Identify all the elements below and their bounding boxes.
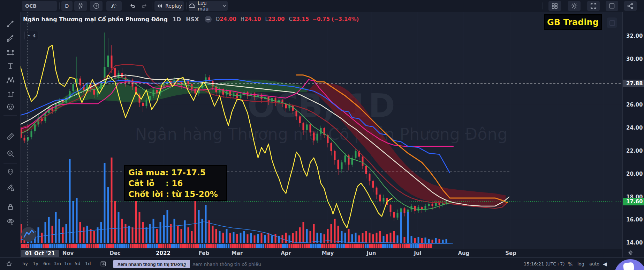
candle-body	[432, 204, 433, 206]
signal-strip-cell	[273, 244, 275, 248]
signal-strip-cell	[417, 244, 419, 248]
tool-lock-icon[interactable]	[6, 202, 15, 211]
low-label: L	[265, 16, 268, 22]
volume-bar	[66, 224, 67, 243]
stock-search[interactable]	[182, 260, 269, 268]
interval-button[interactable]: D	[61, 1, 73, 11]
clock[interactable]: 15:16:21 (UTC+7)	[524, 261, 565, 267]
signal-strip-cell	[236, 244, 238, 248]
signal-strip-cell	[402, 244, 403, 248]
range-5y[interactable]: 5y	[22, 261, 28, 266]
tool-emoji-icon[interactable]	[6, 102, 15, 111]
auto-scale-button[interactable]: auto	[589, 261, 599, 267]
signal-strip-cell	[165, 244, 166, 248]
candle-body	[31, 131, 32, 137]
hide-legend-icon[interactable]	[205, 16, 212, 23]
range-1m[interactable]: 1m	[64, 261, 71, 266]
time-axis[interactable]: 01 Oct '21NovDec2022FebMarAprMayJunJulAu…	[20, 249, 622, 258]
signal-strip-cell	[249, 244, 251, 248]
favorite-star-icon[interactable]	[6, 260, 13, 267]
signal-strip-cell	[210, 244, 212, 248]
signal-strip-cell	[341, 244, 342, 248]
tool-draw-lock-icon[interactable]	[6, 183, 15, 192]
tool-trend-line-icon[interactable]	[6, 19, 15, 28]
time-axis-label: Aug	[458, 250, 469, 256]
time-axis-label: May	[322, 250, 334, 256]
signal-strip-cell	[25, 244, 27, 248]
volume-bar	[128, 226, 130, 243]
symbol-legend[interactable]: Ngân hàng Thương mại Cổ phần Phương Đông…	[23, 16, 359, 23]
share-button[interactable]	[624, 1, 637, 11]
indicators-button[interactable]: ƒx	[106, 1, 122, 11]
volume-bar	[212, 226, 214, 243]
candle-body	[111, 56, 113, 68]
collapse-panel-icon[interactable]: ◀	[603, 261, 607, 267]
price-axis-label: 22.00	[626, 148, 643, 154]
tool-ruler-icon[interactable]	[6, 132, 15, 141]
stock-search-input[interactable]	[192, 261, 263, 267]
market-info-button[interactable]: Xem nhanh thông tin thị trường	[113, 260, 190, 268]
log-scale-button[interactable]: log	[577, 261, 584, 267]
signal-strip-cell	[391, 244, 393, 248]
ghost-pane-button[interactable]	[607, 17, 617, 28]
volume-bar	[254, 235, 256, 243]
legend-interval: 1D	[173, 16, 181, 23]
signal-strip-cell	[43, 244, 44, 248]
signal-strip-cell	[293, 244, 295, 248]
candle-body	[146, 100, 147, 106]
signal-strip-cell	[428, 244, 430, 248]
range-1d[interactable]: 1d	[85, 261, 91, 266]
chart-style-button[interactable]	[74, 1, 87, 11]
time-axis-label: 01 Oct '21	[21, 250, 59, 257]
strategy-annotation[interactable]: Giá mua: 17-17.5 Cắt lỗ : 16 Chốt lời : …	[124, 165, 227, 201]
volume-bar	[306, 229, 308, 243]
compare-button[interactable]	[90, 1, 103, 11]
close-label: C	[289, 16, 292, 22]
axis-settings-gear-icon[interactable]	[627, 249, 634, 256]
price-chart[interactable]: OCB, 1DNgân hàng Thương mại Cổ phần Phươ…	[0, 0, 644, 270]
replay-button[interactable]: Replay	[154, 1, 184, 11]
tool-pitchfork-icon[interactable]	[6, 34, 15, 43]
range-3m[interactable]: 3m	[54, 261, 61, 266]
candle-body	[383, 198, 385, 202]
candle-body	[372, 181, 374, 188]
settings-gear-button[interactable]	[568, 1, 581, 11]
volume-bar	[365, 231, 367, 243]
signal-strip-cell	[88, 244, 90, 248]
tool-text-tool-icon[interactable]	[6, 61, 15, 71]
tool-zoom-in-icon[interactable]	[6, 149, 15, 158]
candle-body	[393, 212, 395, 217]
range-6m[interactable]: 6m	[43, 261, 51, 266]
candle-body	[303, 123, 304, 130]
signal-strip-cell	[65, 244, 66, 248]
symbol-search-button[interactable]: OCB	[22, 1, 57, 11]
tool-projection-icon[interactable]	[6, 90, 15, 99]
redo-button[interactable]	[139, 1, 150, 11]
snapshot-button[interactable]	[606, 1, 618, 11]
undo-button[interactable]	[127, 1, 138, 11]
volume-bar	[170, 224, 172, 243]
price-axis[interactable]: 32.0030.0026.0024.0022.0020.0018.0016.00…	[622, 12, 644, 257]
percent-scale-button[interactable]: %	[568, 261, 573, 268]
signal-strip-cell	[141, 244, 142, 248]
range-1y[interactable]: 1y	[33, 261, 38, 266]
volume-bar	[163, 215, 165, 243]
fullscreen-button[interactable]	[587, 1, 600, 11]
tool-eye-hide-icon[interactable]	[6, 217, 15, 226]
candle-body	[24, 138, 25, 140]
signal-strip-cell	[73, 244, 75, 248]
layout-grid-button[interactable]	[548, 1, 561, 11]
signal-strip-cell	[93, 244, 94, 248]
tool-xabcd-pattern-icon[interactable]	[6, 76, 15, 85]
volume-bar	[442, 240, 444, 243]
volume-bar	[198, 210, 200, 243]
signal-strip-cell	[67, 244, 68, 248]
save-template-button[interactable]: Lưu mẫu	[189, 1, 228, 11]
indicators-collapse-button[interactable]: ⌄ 4	[24, 31, 38, 40]
volume-bar	[320, 233, 322, 243]
tool-rectangle-icon[interactable]	[6, 48, 15, 57]
candle-body	[376, 188, 378, 195]
tool-magnet-icon[interactable]	[6, 168, 15, 177]
goto-date-icon[interactable]	[100, 260, 107, 267]
range-5d[interactable]: 5d	[75, 261, 81, 266]
